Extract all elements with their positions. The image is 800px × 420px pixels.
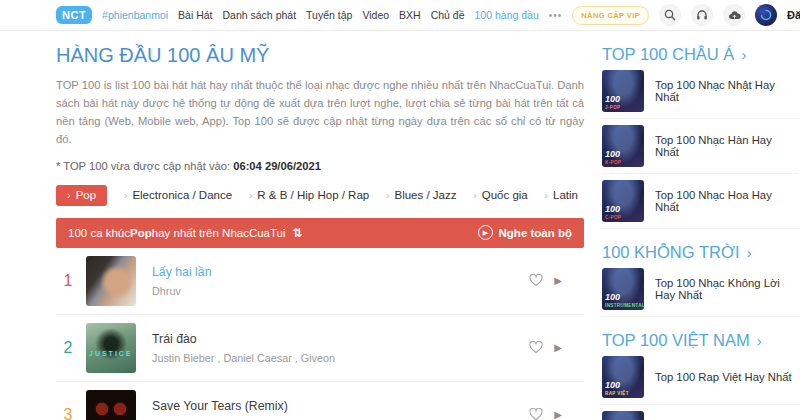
genre-label: Blues / Jazz xyxy=(394,189,456,201)
genre-tab-blues-jazz[interactable]: Blues / Jazz xyxy=(386,189,457,201)
song-thumbnail[interactable] xyxy=(86,256,136,306)
sidebar-item-nhac-han[interactable]: 100 K-POP Top 100 Nhạc Hàn Hay Nhất xyxy=(602,119,798,174)
avatar-swirl-icon xyxy=(760,9,772,21)
play-all-label: Nghe toàn bộ xyxy=(499,227,572,239)
thumb-number: 100 xyxy=(605,149,620,159)
thumb-number: 100 xyxy=(605,94,620,104)
song-row[interactable]: 3 SAVE YOUR TEARS REMIX Save Your Tears … xyxy=(56,382,584,420)
sidebar-item-rap-viet[interactable]: 100 RAP VIỆT Top 100 Rap Việt Hay Nhất xyxy=(602,350,798,405)
row-play-icon[interactable] xyxy=(554,409,562,420)
more-menu-icon[interactable] xyxy=(549,10,563,21)
sidebar-item-khong-loi[interactable]: 100 INSTRUMENTAL Top 100 Nhạc Không Lời … xyxy=(602,262,798,317)
song-title[interactable]: Save Your Tears (Remix) xyxy=(152,399,292,413)
sidebar-header-viet-nam[interactable]: TOP 100 VIỆT NAM xyxy=(602,331,798,350)
sidebar-item-nhac-nhat[interactable]: 100 J-POP Top 100 Nhạc Nhật Hay Nhất xyxy=(602,64,798,119)
play-all-button[interactable]: Nghe toàn bộ xyxy=(478,225,572,240)
nct-logo[interactable]: NCT xyxy=(56,6,92,24)
sidebar-item-label: Top 100 Rap Việt Hay Nhất xyxy=(655,371,792,383)
listen-button[interactable] xyxy=(691,4,713,26)
playlist-thumbnail: 100 K-POP xyxy=(602,125,644,167)
song-thumbnail[interactable]: JUSTICE xyxy=(86,323,136,373)
genre-tabs: Pop Electronica / Dance R & B / Hip Hop … xyxy=(56,185,584,206)
song-rank: 3 xyxy=(56,406,80,420)
favorite-button[interactable] xyxy=(529,274,543,287)
nav-tuyen-tap[interactable]: Tuyển tập xyxy=(306,9,352,21)
song-artists[interactable]: Justin Bieber , Daniel Caesar , Giveon xyxy=(152,352,335,364)
sort-arrows-icon[interactable] xyxy=(293,226,303,240)
sidebar: TOP 100 CHÂU Á 100 J-POP Top 100 Nhạc Nh… xyxy=(602,31,798,420)
chevron-right-icon xyxy=(741,46,746,63)
song-rank: 1 xyxy=(56,272,80,290)
sidebar-header-label: TOP 100 CHÂU Á xyxy=(602,45,734,64)
nav-100-hang-dau[interactable]: 100 hàng đầu xyxy=(475,9,539,21)
chevron-right-icon xyxy=(747,244,752,261)
song-rank: 2 xyxy=(56,339,80,357)
thumb-badge: INSTRUMENTAL xyxy=(605,303,645,308)
row-play-icon[interactable] xyxy=(554,275,562,286)
nav-bxh[interactable]: BXH xyxy=(399,9,421,21)
cloud-upload-icon xyxy=(728,9,741,22)
heart-icon xyxy=(529,408,543,420)
sidebar-header-khong-loi[interactable]: 100 KHÔNG TRỜI xyxy=(602,243,798,262)
upload-button[interactable] xyxy=(723,4,745,26)
login-button[interactable]: Đăng nhập xyxy=(787,9,800,21)
thumb-badge: K-POP xyxy=(605,160,621,165)
chevron-right-icon xyxy=(249,189,253,201)
banner-text-pre: 100 ca khúc xyxy=(68,227,130,239)
sidebar-item-label: Top 100 Nhạc Hoa Hay Nhất xyxy=(655,189,798,213)
favorite-button[interactable] xyxy=(529,408,543,420)
song-actions xyxy=(529,274,584,287)
chart-description: TOP 100 is list 100 bài hát hát hay nhất… xyxy=(56,76,584,149)
heart-icon xyxy=(529,341,543,354)
playlist-thumbnail: 100 J-POP xyxy=(602,70,644,112)
banner-text-post: hay nhất trên NhacCuaTui xyxy=(152,227,286,239)
play-circle-icon xyxy=(478,225,493,240)
upgrade-vip-button[interactable]: NÂNG CẤP VIP xyxy=(572,6,649,25)
updated-prefix: * TOP 100 vừa được cập nhật vào: xyxy=(56,160,233,172)
genre-tab-electronica-dance[interactable]: Electronica / Dance xyxy=(124,189,232,201)
favorite-button[interactable] xyxy=(529,341,543,354)
sidebar-header-chau-a[interactable]: TOP 100 CHÂU Á xyxy=(602,45,798,64)
playlist-banner: 100 ca khúc Pop hay nhất trên NhacCuaTui… xyxy=(56,218,584,248)
song-row[interactable]: 1 Lấy hai lần Dhruv xyxy=(56,248,584,315)
song-info: Trái đào Justin Bieber , Daniel Caesar ,… xyxy=(152,332,335,364)
playlist-thumbnail: 100 INSTRUMENTAL xyxy=(602,268,644,310)
song-artists[interactable]: Dhruv xyxy=(152,285,211,297)
thumb-badge: C-POP xyxy=(605,215,621,220)
genre-tab-rnb-hiphop-rap[interactable]: R & B / Hip Hop / Rap xyxy=(249,189,370,201)
updated-line: * TOP 100 vừa được cập nhật vào: 06:04 2… xyxy=(56,160,584,172)
thumb-badge: J-POP xyxy=(605,105,621,110)
thumb-badge: RAP VIỆT xyxy=(605,391,629,396)
song-actions xyxy=(529,341,584,354)
song-title[interactable]: Lấy hai lần xyxy=(152,265,211,279)
sidebar-item-label: Top 100 Nhạc Không Lời Hay Nhất xyxy=(655,277,798,301)
nav-bai-hat[interactable]: Bài Hát xyxy=(178,9,212,21)
banner-genre: Pop xyxy=(130,227,152,239)
nav-chu-de[interactable]: Chủ đề xyxy=(431,9,465,21)
nav-danh-sach-phat[interactable]: Danh sách phát xyxy=(223,9,297,21)
song-list: 1 Lấy hai lần Dhruv 2 xyxy=(56,248,584,420)
genre-tab-latin[interactable]: Latin xyxy=(544,189,578,201)
chevron-right-icon xyxy=(473,189,477,201)
song-title[interactable]: Trái đào xyxy=(152,332,335,346)
chevron-right-icon xyxy=(757,332,762,349)
avatar[interactable] xyxy=(755,4,777,26)
sidebar-item-nhac-hoa[interactable]: 100 C-POP Top 100 Nhạc Hoa Hay Nhất xyxy=(602,174,798,229)
row-play-icon[interactable] xyxy=(554,342,562,353)
song-info: Lấy hai lần Dhruv xyxy=(152,265,211,297)
genre-tab-quoc-gia[interactable]: Quốc gia xyxy=(473,189,528,201)
song-thumbnail[interactable]: SAVE YOUR TEARS REMIX xyxy=(86,390,136,420)
genre-label: Quốc gia xyxy=(482,189,528,201)
song-row[interactable]: 2 JUSTICE Trái đào Justin Bieber , Danie… xyxy=(56,315,584,382)
album-art-text: JUSTICE xyxy=(89,350,133,357)
page-content: HÀNG ĐẦU 100 ÂU MỸ TOP 100 is list 100 b… xyxy=(0,31,800,420)
search-button[interactable] xyxy=(659,4,681,26)
nav-video[interactable]: Video xyxy=(362,9,389,21)
sidebar-item-tien-chien[interactable]: 100 Top 100 Nhạc Tiền Chiến Hay Nhất xyxy=(602,405,798,420)
genre-label: R & B / Hip Hop / Rap xyxy=(257,189,369,201)
heart-icon xyxy=(529,274,543,287)
nav-phienbanmoi[interactable]: #phienbanmoi xyxy=(102,9,168,21)
sidebar-item-label: Top 100 Nhạc Hàn Hay Nhất xyxy=(655,134,798,158)
playlist-thumbnail: 100 C-POP xyxy=(602,180,644,222)
genre-tab-pop[interactable]: Pop xyxy=(56,185,107,206)
